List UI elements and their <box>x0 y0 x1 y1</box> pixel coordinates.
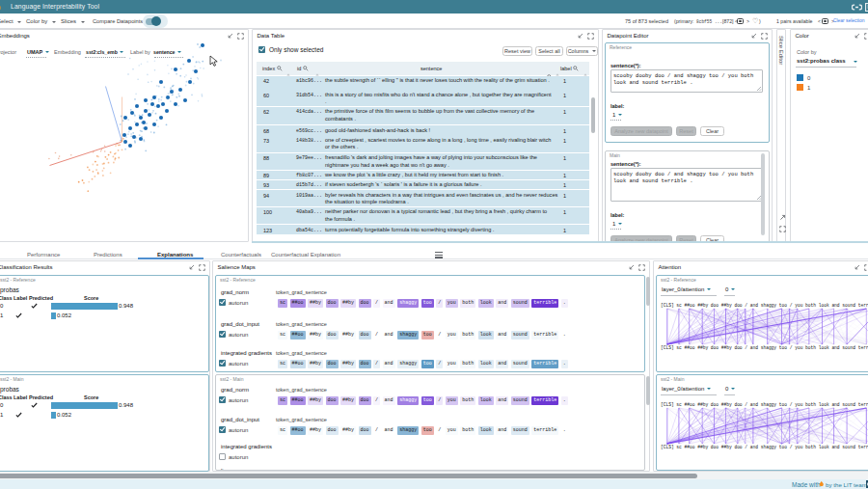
svg-text:[CLS] sc ##oo ##by doo ##by do: [CLS] sc ##oo ##by doo ##by doo / and sh… <box>661 402 868 407</box>
svg-text:[CLS] sc ##oo ##by doo ##by do: [CLS] sc ##oo ##by doo ##by doo / and sh… <box>661 303 868 308</box>
svg-text:[CLS] sc ##oo ##by doo ##by do: [CLS] sc ##oo ##by doo ##by doo / and sh… <box>661 345 868 350</box>
svg-text:[CLS] sc ##oo ##by doo ##by do: [CLS] sc ##oo ##by doo ##by doo / and sh… <box>661 445 868 449</box>
